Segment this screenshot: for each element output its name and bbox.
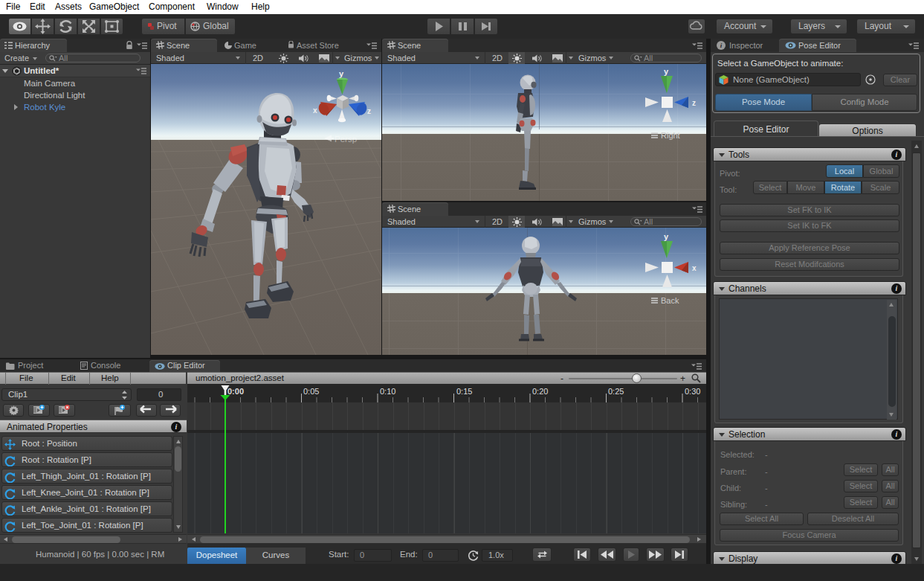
svg-text:y: y: [664, 67, 669, 76]
svg-text:Back: Back: [661, 296, 679, 305]
svg-text:y: y: [664, 232, 669, 241]
svg-text:z: z: [367, 107, 371, 115]
svg-text:Persp: Persp: [335, 135, 357, 144]
svg-text:x: x: [313, 106, 317, 115]
svg-text:z: z: [692, 99, 696, 107]
svg-text:y: y: [339, 69, 344, 78]
svg-text:x: x: [692, 264, 697, 272]
svg-text:Right: Right: [661, 131, 680, 140]
